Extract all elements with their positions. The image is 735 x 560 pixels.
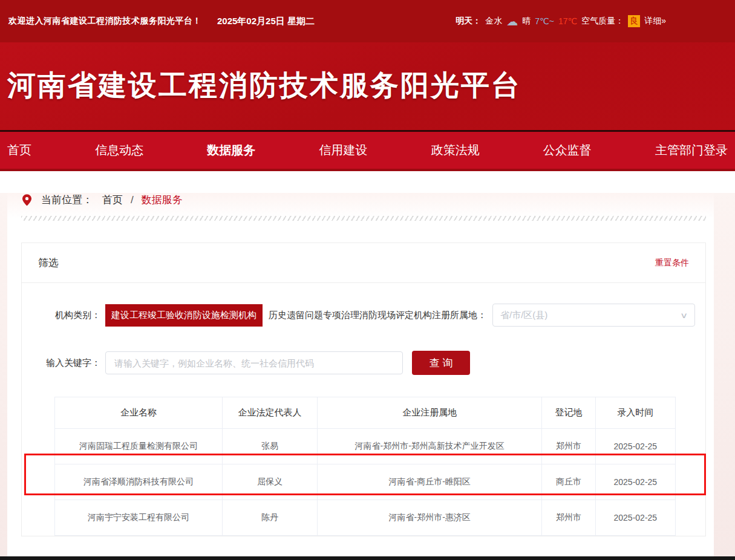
search-button[interactable]: 查 询: [412, 351, 470, 375]
breadcrumb-separator: /: [131, 194, 134, 206]
nav-item-7[interactable]: 主管部门登录: [655, 142, 728, 158]
region-filter-group: 注册所属地： 省/市/区(县) ∨: [432, 304, 695, 327]
results-table: 企业名称企业法定代表人企业注册属地登记地录入时间 河南固瑞工程质量检测有限公司张…: [54, 397, 676, 536]
main-content: 当前位置： 首页 / 数据服务 筛选 重置条件 机构类别： 建设工程竣工验收消防…: [0, 193, 735, 560]
nav-item-6[interactable]: 公众监督: [543, 142, 592, 158]
table-row: 河南省泽顺消防科技有限公司屈保义河南省-商丘市-睢阳区商丘市2025-02-25: [55, 464, 676, 500]
category-label: 机构类别：: [36, 310, 100, 321]
table-header-cell: 登记地: [542, 397, 595, 429]
footer-bar: [0, 556, 735, 560]
site-banner: 河南省建设工程消防技术服务阳光平台: [0, 42, 735, 130]
temp-high: 17℃: [558, 16, 577, 26]
page: 欢迎进入河南省建设工程消防技术服务阳光平台！ 2025年02月25日 星期二 明…: [0, 0, 735, 560]
chevron-down-icon: ∨: [681, 311, 688, 320]
weather-condition: 晴: [522, 16, 531, 27]
temp-low: 7℃~: [535, 16, 554, 26]
weather-widget: 明天： 金水 ☁ 晴 7℃~ 17℃ 空气质量： 良 详细»: [456, 15, 666, 27]
table-cell: 屈保义: [223, 464, 318, 500]
current-date: 2025年02月25日 星期二: [217, 16, 315, 27]
breadcrumb-label: 当前位置：: [41, 193, 93, 207]
weather-detail-link[interactable]: 详细»: [644, 16, 666, 27]
table-body: 河南固瑞工程质量检测有限公司张易河南省-郑州市-郑州高新技术产业开发区郑州市20…: [55, 429, 676, 536]
cloud-icon: ☁: [506, 16, 518, 27]
site-title: 河南省建设工程消防技术服务阳光平台: [0, 42, 735, 105]
keyword-filter-row: 输入关键字： 查 询: [36, 351, 691, 375]
table-row: 河南宇宁安装工程有限公司陈丹河南省-郑州市-惠济区郑州市2025-02-25: [55, 500, 676, 536]
filter-panel-header: 筛选 重置条件: [22, 243, 705, 283]
keyword-input[interactable]: [105, 351, 403, 374]
table-cell: 河南省-郑州市-惠济区: [317, 500, 541, 536]
table-cell: 2025-02-25: [595, 429, 675, 464]
main-nav: 首页信息动态数据服务信用建设政策法规公众监督主管部门登录: [0, 132, 735, 171]
table-cell: 商丘市: [542, 464, 595, 500]
table-cell: 河南固瑞工程质量检测有限公司: [55, 429, 223, 464]
breadcrumb-current-link[interactable]: 数据服务: [142, 193, 183, 207]
category-filter-row: 机构类别： 建设工程竣工验收消防设施检测机构 历史遗留问题专项治理消防现场评定机…: [36, 304, 691, 327]
nav-item-4[interactable]: 信用建设: [319, 142, 367, 158]
breadcrumb-home-link[interactable]: 首页: [102, 193, 123, 207]
filter-panel-body: 机构类别： 建设工程竣工验收消防设施检测机构 历史遗留问题专项治理消防现场评定机…: [22, 283, 705, 536]
aqi-badge: 良: [628, 15, 640, 27]
region-label: 注册所属地：: [432, 310, 486, 321]
category-option-selected[interactable]: 建设工程竣工验收消防设施检测机构: [105, 304, 263, 327]
results-table-wrap: 企业名称企业法定代表人企业注册属地登记地录入时间 河南固瑞工程质量检测有限公司张…: [54, 397, 676, 536]
aqi-label: 空气质量：: [581, 16, 624, 27]
slash-divider: [21, 216, 706, 221]
table-header-cell: 录入时间: [595, 397, 675, 429]
table-cell: 河南宇宁安装工程有限公司: [55, 500, 223, 536]
welcome-text: 欢迎进入河南省建设工程消防技术服务阳光平台！: [8, 16, 201, 27]
table-cell: 2025-02-25: [595, 464, 675, 500]
keyword-label: 输入关键字：: [36, 357, 100, 369]
table-cell: 河南省-商丘市-睢阳区: [317, 464, 541, 500]
category-option-unselected[interactable]: 历史遗留问题专项治理消防现场评定机构: [269, 310, 432, 321]
top-info-bar: 欢迎进入河南省建设工程消防技术服务阳光平台！ 2025年02月25日 星期二 明…: [0, 0, 735, 42]
weather-label: 明天：: [456, 16, 481, 27]
filter-panel: 筛选 重置条件 机构类别： 建设工程竣工验收消防设施检测机构 历史遗留问题专项治…: [21, 243, 706, 536]
table-cell: 张易: [223, 429, 318, 464]
location-pin-icon: [22, 194, 31, 206]
left-edge-strip: [0, 193, 7, 560]
nav-item-3[interactable]: 数据服务: [207, 142, 255, 158]
table-row: 河南固瑞工程质量检测有限公司张易河南省-郑州市-郑州高新技术产业开发区郑州市20…: [55, 429, 676, 464]
nav-item-2[interactable]: 信息动态: [95, 142, 143, 158]
region-select-placeholder: 省/市/区(县): [500, 310, 547, 321]
table-header-cell: 企业名称: [55, 397, 223, 429]
table-cell: 河南省泽顺消防科技有限公司: [55, 464, 223, 500]
table-cell: 郑州市: [542, 429, 595, 464]
nav-item-1[interactable]: 首页: [7, 142, 31, 158]
filter-title: 筛选: [38, 256, 59, 270]
table-cell: 郑州市: [542, 500, 595, 536]
table-cell: 陈丹: [223, 500, 318, 536]
table-cell: 2025-02-25: [595, 500, 675, 536]
table-cell: 河南省-郑州市-郑州高新技术产业开发区: [317, 429, 541, 464]
breadcrumb: 当前位置： 首页 / 数据服务: [22, 193, 735, 207]
reset-filters-link[interactable]: 重置条件: [655, 258, 689, 269]
table-header-row: 企业名称企业法定代表人企业注册属地登记地录入时间: [55, 397, 676, 429]
nav-item-5[interactable]: 政策法规: [431, 142, 480, 158]
right-edge-strip: [714, 193, 735, 560]
table-header-cell: 企业注册属地: [317, 397, 541, 429]
region-select[interactable]: 省/市/区(县) ∨: [492, 304, 695, 327]
weather-district: 金水: [485, 16, 502, 27]
table-header-cell: 企业法定代表人: [223, 397, 318, 429]
